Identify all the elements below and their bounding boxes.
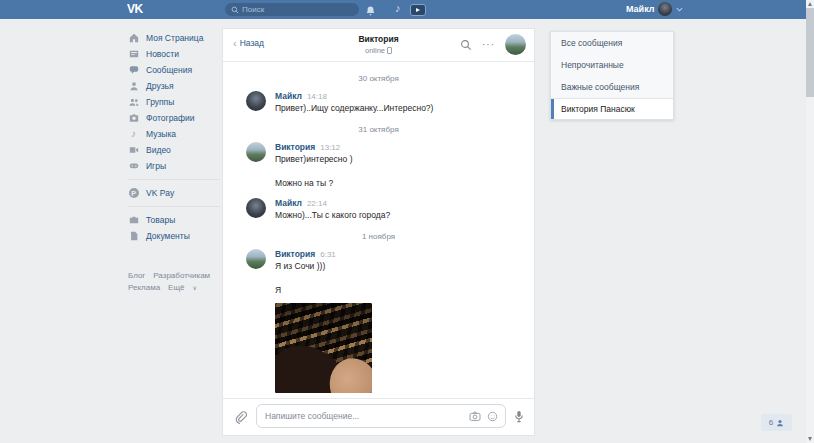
sidebar-item-groups[interactable]: Группы — [128, 94, 220, 110]
person-icon — [128, 81, 139, 92]
vk-app: VK ♪ Майкл Моя Страница Новости Сообщени… — [0, 0, 814, 443]
sender-avatar[interactable] — [246, 198, 266, 218]
document-icon — [128, 231, 139, 242]
sidebar-item-label: Игры — [146, 161, 166, 171]
message-text: Привет)..Ищу содержанку...Интересно?) — [275, 103, 433, 113]
scrollbar-thumb[interactable] — [806, 8, 814, 97]
messages-filter-dropdown: Все сообщения Непрочитанные Важные сообщ… — [550, 31, 674, 120]
sidebar-item-label: Фотографии — [146, 113, 195, 123]
chat-title-block: Виктория online — [303, 34, 454, 55]
people-icon — [128, 97, 139, 108]
video-button-icon[interactable] — [410, 4, 426, 16]
sender-name[interactable]: Майкл — [275, 91, 302, 101]
sidebar-item-news[interactable]: Новости — [128, 46, 220, 62]
sidebar-item-docs[interactable]: Документы — [128, 228, 220, 244]
music-icon[interactable]: ♪ — [395, 2, 401, 15]
user-menu[interactable]: Майкл — [626, 2, 683, 16]
newspaper-icon — [128, 49, 139, 60]
sidebar-item-messages[interactable]: Сообщения — [128, 62, 220, 78]
chevron-left-icon: ‹ — [233, 39, 237, 47]
photo-camera-icon[interactable] — [469, 411, 481, 422]
sidebar-item-label: Видео — [146, 145, 171, 155]
chat-title: Виктория — [303, 34, 454, 44]
chat-panel: ‹ Назад Виктория online ··· 30 октября — [222, 28, 535, 436]
sidebar-item-friends[interactable]: Друзья — [128, 78, 220, 94]
message-input-box[interactable] — [256, 404, 506, 428]
sidebar-item-games[interactable]: Игры — [128, 158, 220, 174]
video-icon — [128, 145, 139, 156]
photo-attachment[interactable] — [275, 303, 372, 393]
chat-partner-avatar[interactable] — [505, 34, 526, 55]
smiley-icon[interactable] — [487, 411, 498, 422]
camera-icon — [128, 113, 139, 124]
date-separator: 30 октября — [223, 74, 534, 83]
sidebar-divider — [128, 179, 220, 180]
sender-name[interactable]: Виктория — [275, 142, 315, 152]
sidebar-item-market[interactable]: Товары — [128, 212, 220, 228]
message-input[interactable] — [257, 411, 469, 421]
message-time: 22:14 — [307, 199, 327, 208]
message-text: Я — [275, 285, 372, 295]
vkpay-icon: P — [128, 188, 139, 199]
dropdown-item-unread[interactable]: Непрочитанные — [551, 54, 673, 76]
sidebar-item-music[interactable]: ♪ Музыка — [128, 126, 220, 142]
notifications-bell-icon[interactable] — [365, 3, 376, 21]
chevron-down-icon — [676, 7, 683, 12]
footer-link-more[interactable]: Ещё — [168, 283, 184, 292]
conversation-search-icon[interactable] — [460, 39, 472, 51]
more-options-icon[interactable]: ··· — [482, 35, 495, 55]
message-text: Я из Сочи ))) — [275, 261, 372, 271]
chat-header-actions: ··· — [460, 34, 526, 55]
attach-paperclip-icon[interactable] — [234, 410, 247, 428]
sender-avatar[interactable] — [246, 91, 266, 111]
microphone-icon[interactable] — [513, 409, 525, 427]
sidebar-item-label: Документы — [146, 231, 190, 241]
back-button[interactable]: ‹ Назад — [233, 38, 264, 48]
topbar-search[interactable] — [225, 3, 359, 16]
sidebar-item-photos[interactable]: Фотографии — [128, 110, 220, 126]
dropdown-item-important[interactable]: Важные сообщения — [551, 76, 673, 98]
sidebar-item-label: Товары — [146, 215, 175, 225]
sender-name[interactable]: Майкл — [275, 198, 302, 208]
caret-down-icon: ∨ — [192, 285, 196, 291]
triangle-up-icon — [808, 2, 812, 6]
scroll-down-button[interactable] — [806, 435, 814, 443]
music-note-icon: ♪ — [128, 129, 139, 140]
briefcase-icon — [128, 215, 139, 226]
message-group: Майкл 14:18 Привет)..Ищу содержанку...Ин… — [223, 91, 534, 113]
sidebar-footer: БлогРазработчикам РекламаЕщё∨ — [128, 270, 220, 294]
scroll-up-button[interactable] — [806, 0, 814, 8]
footer-link-ads[interactable]: Реклама — [128, 283, 160, 292]
vk-logo[interactable]: VK — [127, 2, 143, 16]
date-separator: 31 октября — [223, 125, 534, 134]
sidebar-divider — [128, 206, 220, 207]
online-friends-badge[interactable]: 6 — [761, 414, 792, 431]
sidebar-item-vkpay[interactable]: P VK Pay — [128, 185, 220, 201]
footer-link-blog[interactable]: Блог — [128, 271, 145, 280]
triangle-down-icon — [808, 437, 812, 441]
sender-avatar[interactable] — [246, 249, 266, 269]
search-input[interactable] — [242, 5, 342, 14]
back-label: Назад — [240, 38, 264, 48]
message-time: 13:12 — [320, 143, 340, 152]
message-time: 14:18 — [307, 92, 327, 101]
sidebar-item-label: Сообщения — [146, 65, 192, 75]
message-text: Привет)интересно ) — [275, 154, 352, 164]
chat-status: online — [303, 46, 454, 55]
sender-name[interactable]: Виктория — [275, 249, 315, 259]
message-composer — [223, 398, 534, 435]
dropdown-item-selected-conversation[interactable]: Виктория Панасюк — [551, 99, 673, 119]
sidebar-item-my-page[interactable]: Моя Страница — [128, 30, 220, 46]
footer-link-developers[interactable]: Разработчикам — [153, 271, 210, 280]
mobile-phone-icon — [387, 47, 392, 54]
dropdown-item-all-messages[interactable]: Все сообщения — [551, 32, 673, 54]
message-group: Виктория 6:31 Я из Сочи ))) Я — [223, 249, 534, 393]
chat-bubble-icon — [128, 65, 139, 76]
sender-avatar[interactable] — [246, 142, 266, 162]
window-scrollbar[interactable] — [806, 0, 814, 443]
sidebar: Моя Страница Новости Сообщения Друзья Гр… — [128, 30, 220, 294]
sidebar-item-label: Друзья — [146, 81, 174, 91]
sidebar-item-video[interactable]: Видео — [128, 142, 220, 158]
chat-header: ‹ Назад Виктория online ··· — [223, 29, 534, 62]
message-text: Можно)...Ты с какого города? — [275, 210, 390, 220]
